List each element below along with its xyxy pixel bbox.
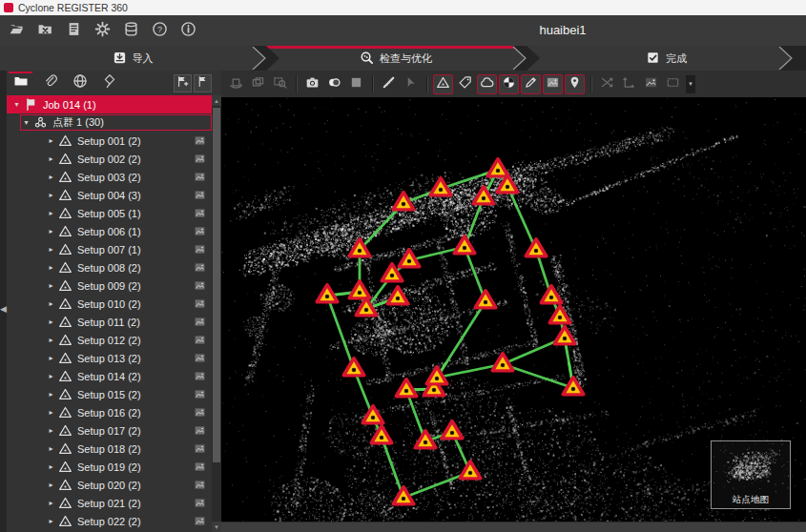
image-thumbnail-icon[interactable] [194, 334, 206, 346]
site-minimap[interactable]: 站点地图 [711, 440, 791, 509]
caret-right-icon[interactable]: ▸ [45, 408, 57, 417]
tree-item-setup[interactable]: ▸Setup 020 (2) [7, 476, 212, 494]
image-thumbnail-icon[interactable] [194, 515, 206, 527]
zoom-window-button[interactable] [270, 74, 290, 94]
caret-down-icon[interactable]: ▾ [20, 118, 32, 127]
toolbar-open-project-icon[interactable] [5, 19, 28, 42]
image-thumbnail-icon[interactable] [194, 406, 206, 419]
sidebar-collapse-handle[interactable]: ◀ [0, 305, 7, 314]
setup-marker[interactable] [548, 303, 572, 325]
caret-right-icon[interactable]: ▸ [45, 462, 57, 471]
scrollbar-thumb[interactable] [213, 108, 220, 462]
caret-right-icon[interactable]: ▸ [45, 317, 57, 326]
tree-item-setup[interactable]: ▸Setup 007 (1) [7, 240, 212, 258]
image-thumbnail-icon[interactable] [194, 171, 206, 183]
tree-item-setup[interactable]: ▸Setup 021 (2) [7, 494, 212, 512]
image-thumbnail-icon[interactable] [194, 316, 206, 328]
caret-right-icon[interactable]: ▸ [45, 227, 57, 235]
scroll-up-button[interactable]: ▲ [212, 95, 221, 106]
toggle-geotags-button[interactable] [565, 74, 585, 94]
optimize-axes-button[interactable] [619, 74, 639, 94]
image-thumbnail-icon[interactable] [194, 370, 206, 382]
scroll-down-button[interactable]: ▼ [212, 522, 221, 532]
caret-right-icon[interactable]: ▸ [45, 499, 57, 507]
sidebar-tab-sites[interactable] [95, 72, 123, 95]
cleanup-image-button[interactable] [641, 74, 661, 94]
image-thumbnail-icon[interactable] [194, 460, 206, 473]
setup-marker[interactable] [347, 236, 372, 258]
image-thumbnail-icon[interactable] [194, 388, 206, 400]
setup-marker[interactable] [539, 283, 564, 305]
measure-button[interactable] [379, 74, 399, 94]
caret-right-icon[interactable]: ▸ [45, 426, 57, 435]
setup-marker[interactable] [380, 261, 404, 283]
setup-marker[interactable] [341, 356, 366, 378]
bundle-tools-button[interactable] [194, 74, 212, 92]
image-thumbnail-icon[interactable] [194, 497, 206, 509]
caret-right-icon[interactable]: ▸ [45, 481, 57, 489]
image-thumbnail-icon[interactable] [194, 225, 206, 237]
caret-right-icon[interactable]: ▸ [45, 517, 57, 525]
setup-marker[interactable] [391, 484, 416, 506]
select-rectangle-button[interactable] [663, 74, 683, 94]
workflow-tab-import[interactable]: 导入 [0, 46, 265, 71]
caret-right-icon[interactable]: ▸ [45, 154, 57, 163]
image-thumbnail-icon[interactable] [194, 134, 206, 147]
setup-marker[interactable] [361, 403, 385, 425]
setup-marker[interactable] [428, 175, 453, 197]
add-bundle-button[interactable] [174, 74, 192, 92]
setup-marker[interactable] [458, 459, 483, 481]
image-thumbnail-icon[interactable] [194, 261, 206, 274]
sidebar-tab-web[interactable] [66, 72, 93, 95]
toggle-targets-button[interactable] [499, 74, 519, 94]
tree-item-setup[interactable]: ▸Setup 005 (1) [7, 204, 212, 222]
setup-marker[interactable] [391, 190, 416, 212]
tree-item-setup[interactable]: ▸Setup 019 (2) [7, 458, 212, 476]
setup-marker[interactable] [385, 284, 410, 306]
sidebar-tab-attachments[interactable] [36, 72, 64, 95]
tree-item-setup[interactable]: ▸Setup 004 (3) [7, 186, 212, 204]
caret-right-icon[interactable]: ▸ [45, 245, 57, 254]
setup-marker[interactable] [413, 428, 438, 450]
caret-right-icon[interactable]: ▸ [45, 336, 57, 344]
image-thumbnail-icon[interactable] [194, 352, 206, 364]
image-thumbnail-icon[interactable] [194, 424, 206, 437]
setup-marker[interactable] [561, 375, 586, 397]
setup-marker[interactable] [424, 364, 449, 386]
setup-marker[interactable] [452, 234, 477, 256]
image-thumbnail-icon[interactable] [194, 479, 206, 491]
toolbar-publish-report-icon[interactable] [62, 19, 85, 42]
orbit-view-button[interactable] [226, 74, 246, 94]
tree-item-setup[interactable]: ▸Setup 016 (2) [7, 403, 212, 421]
swap-links-button[interactable] [597, 74, 617, 94]
toolbar-help-icon[interactable]: ? [148, 19, 171, 42]
image-thumbnail-icon[interactable] [194, 189, 206, 201]
tree-item-bundle[interactable]: ▾点群 1 (30) [7, 113, 212, 132]
tree-item-setup[interactable]: ▸Setup 009 (2) [7, 276, 212, 295]
tree-scrollbar[interactable]: ▲ ▼ [212, 95, 221, 532]
toggle-setups-button[interactable] [433, 74, 453, 94]
setup-marker[interactable] [440, 419, 465, 440]
image-thumbnail-icon[interactable] [194, 153, 206, 165]
tree-item-setup[interactable]: ▸Setup 003 (2) [7, 168, 212, 186]
tree-item-setup[interactable]: ▸Setup 001 (2) [7, 132, 212, 150]
tree-item-setup[interactable]: ▸Setup 017 (2) [7, 421, 212, 440]
sidebar-tab-project-explorer[interactable] [7, 72, 34, 95]
toolbar-storage-database-icon[interactable] [119, 19, 142, 42]
tree-item-setup[interactable]: ▸Setup 013 (2) [7, 349, 212, 367]
tree-item-job[interactable]: ▾Job 014 (1) [7, 95, 212, 113]
setup-marker[interactable] [354, 296, 379, 317]
caret-right-icon[interactable]: ▸ [45, 444, 57, 453]
tree-item-setup[interactable]: ▸Setup 022 (2) [7, 512, 212, 530]
setup-marker[interactable] [490, 351, 515, 373]
setup-marker[interactable] [394, 377, 419, 399]
tree-item-setup[interactable]: ▸Setup 014 (2) [7, 367, 212, 385]
tree-item-setup[interactable]: ▸Setup 015 (2) [7, 385, 212, 403]
setup-marker[interactable] [471, 184, 496, 206]
image-thumbnail-icon[interactable] [194, 243, 206, 256]
image-thumbnail-icon[interactable] [194, 297, 206, 310]
tree-item-setup[interactable]: ▸Setup 012 (2) [7, 331, 212, 349]
tree-item-setup[interactable]: ▸Setup 002 (2) [7, 150, 212, 168]
fill-square-button[interactable] [346, 74, 366, 94]
caret-right-icon[interactable]: ▸ [45, 354, 57, 362]
